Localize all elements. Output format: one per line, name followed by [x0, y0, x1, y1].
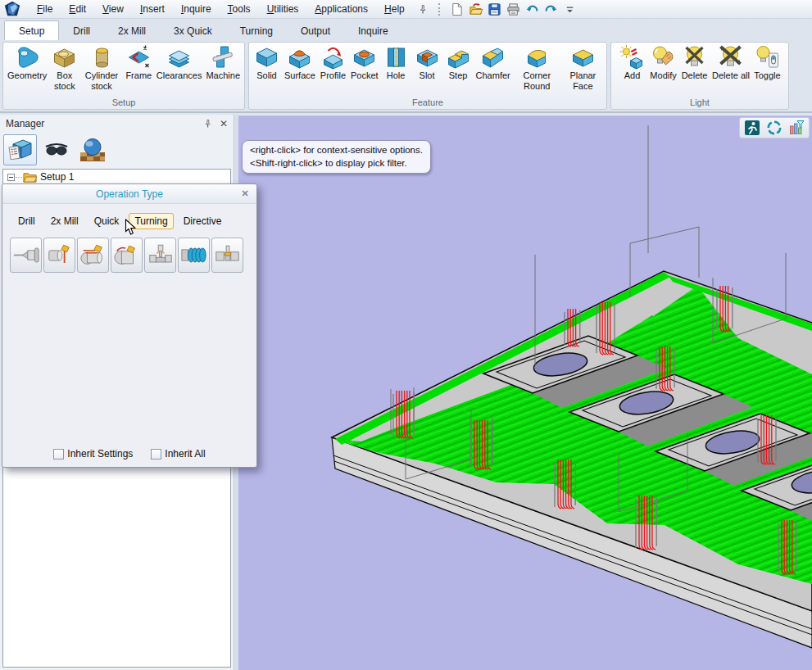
ribbon-button-surface[interactable]: Surface: [283, 44, 317, 81]
inherit-all-checkbox[interactable]: Inherit All: [151, 448, 205, 459]
pin-icon[interactable]: [203, 119, 213, 129]
menu-insert[interactable]: Insert: [132, 1, 173, 17]
menu-tools[interactable]: Tools: [220, 1, 259, 17]
menu-help[interactable]: Help: [376, 1, 413, 17]
turning-op-cutoff-button[interactable]: [211, 238, 243, 273]
menu-inquire[interactable]: Inquire: [173, 1, 220, 17]
ribbon-button-profile[interactable]: Profile: [318, 44, 348, 81]
ribbon-button-solid[interactable]: Solid: [252, 44, 282, 81]
tree-item-setup-1[interactable]: Setup 1: [3, 170, 230, 184]
tree-item-label: Setup 1: [40, 171, 74, 183]
simulate-button[interactable]: [744, 120, 760, 136]
turning-op-hole-button[interactable]: [10, 238, 42, 273]
ribbon-button-planar-face[interactable]: Planar Face: [562, 44, 604, 91]
turning-op-bore-button[interactable]: [111, 238, 143, 273]
menu-file[interactable]: File: [29, 1, 61, 17]
ribbon-button-label: Delete all: [712, 70, 750, 81]
frame-icon: [125, 44, 152, 70]
menu-applications[interactable]: Applications: [306, 1, 376, 17]
ribbon-button-label: Planar Face: [564, 70, 602, 91]
ribbon-button-box-stock[interactable]: Box stock: [49, 44, 79, 91]
new-button[interactable]: [447, 1, 466, 17]
open-button[interactable]: [466, 1, 485, 17]
viewport-3d-model: [238, 115, 812, 670]
part-view-button[interactable]: [3, 134, 37, 165]
ribbon-tab-output[interactable]: Output: [287, 21, 344, 40]
turning-op-face-button[interactable]: [43, 238, 75, 273]
ribbon-button-frame[interactable]: Frame: [124, 44, 154, 81]
print-icon: [506, 2, 520, 16]
light-modify-icon: [650, 44, 677, 70]
menu-items: FileEditViewInsertInquireToolsUtilitiesA…: [29, 1, 413, 17]
results-button[interactable]: [788, 120, 805, 136]
ribbon-button-pocket[interactable]: Pocket: [349, 44, 380, 81]
ribbon-group-setup: GeometryBox stockCylinder stockFrameClea…: [2, 42, 245, 110]
ribbon-button-step[interactable]: Step: [443, 44, 474, 81]
checkbox-label: Inherit Settings: [67, 448, 133, 459]
ribbon-button-chamfer[interactable]: Chamfer: [474, 44, 512, 81]
viewport-3d[interactable]: <right-click> for context-sensitive opti…: [238, 115, 812, 670]
dialog-tab-directive[interactable]: Directive: [178, 213, 228, 229]
dialog-tab-drill[interactable]: Drill: [12, 213, 41, 229]
turning-op-groove-button[interactable]: [144, 238, 176, 273]
undo-button[interactable]: [523, 1, 542, 17]
ribbon-tab-drill[interactable]: Drill: [59, 21, 104, 40]
ribbon-button-corner-round[interactable]: Corner Round: [513, 44, 561, 91]
manager-titlebar: Manager ✕: [0, 115, 234, 133]
ribbon-button-geometry[interactable]: Geometry: [6, 44, 48, 81]
ribbon-button-slot[interactable]: Slot: [412, 44, 442, 81]
dialog-title: Operation Type: [96, 188, 163, 200]
step-icon: [445, 44, 472, 70]
menu-view[interactable]: View: [94, 1, 132, 17]
print-button[interactable]: [504, 1, 523, 17]
refresh-button[interactable]: [766, 120, 783, 136]
ribbon-tab-2x-mill[interactable]: 2x Mill: [104, 21, 160, 40]
simulation-view-button[interactable]: [75, 134, 109, 165]
new-document-icon: [450, 2, 464, 16]
ribbon-group-label: Setup: [3, 97, 244, 109]
tree-expander[interactable]: [7, 174, 15, 181]
dialog-tab-2x-mill[interactable]: 2x Mill: [45, 213, 84, 229]
box-stock-icon: [51, 44, 78, 70]
ribbon-tab-turning[interactable]: Turning: [226, 21, 287, 40]
ribbon-button-delete-all[interactable]: Delete all: [710, 44, 751, 81]
light-delete-all-icon: [717, 44, 744, 70]
hole-icon: [383, 44, 410, 70]
ribbon-tab-3x-quick[interactable]: 3x Quick: [160, 21, 226, 40]
ribbon-button-clearances[interactable]: Clearances: [155, 44, 204, 81]
toolbar-options-button[interactable]: [560, 1, 579, 17]
ribbon-button-add[interactable]: Add: [617, 44, 647, 81]
light-delete-icon: [681, 44, 708, 70]
ribbon-button-label: Surface: [284, 70, 315, 81]
redo-button[interactable]: [542, 1, 560, 17]
toolpath-view-button[interactable]: [39, 134, 73, 165]
save-button[interactable]: [485, 1, 504, 17]
ribbon-button-machine[interactable]: Machine: [204, 44, 242, 81]
ribbon-button-modify[interactable]: Modify: [648, 44, 678, 81]
ribbon-button-toggle[interactable]: Toggle: [752, 44, 783, 81]
dialog-footer: Inherit SettingsInherit All: [2, 448, 256, 459]
menu-edit[interactable]: Edit: [61, 1, 94, 17]
inherit-settings-checkbox[interactable]: Inherit Settings: [53, 448, 133, 459]
close-icon[interactable]: ✕: [238, 188, 252, 200]
ribbon-button-delete[interactable]: Delete: [679, 44, 710, 81]
close-icon[interactable]: ✕: [220, 119, 228, 129]
ribbon-button-cylinder-stock[interactable]: Cylinder stock: [80, 44, 122, 91]
turning-op-turn-button[interactable]: [77, 238, 109, 273]
menu-utilities[interactable]: Utilities: [259, 1, 307, 17]
ribbon-button-label: Modify: [650, 70, 676, 81]
profile-icon: [320, 44, 347, 70]
ribbon-button-label: Cylinder stock: [82, 70, 120, 91]
cylinder-stock-icon: [88, 44, 116, 70]
ribbon-tab-inquire[interactable]: Inquire: [344, 21, 402, 40]
ribbon-tab-setup[interactable]: Setup: [4, 20, 59, 40]
machine-icon: [210, 44, 237, 70]
checkbox-box: [151, 449, 161, 459]
ribbon-button-hole[interactable]: Hole: [381, 44, 411, 81]
dialog-tab-quick[interactable]: Quick: [88, 213, 125, 229]
pin-icon[interactable]: [418, 4, 429, 15]
turning-op-thread-button[interactable]: [178, 238, 210, 273]
part-view-icon: [7, 137, 34, 163]
solid-icon: [253, 44, 280, 70]
ribbon-button-label: Machine: [206, 70, 240, 81]
